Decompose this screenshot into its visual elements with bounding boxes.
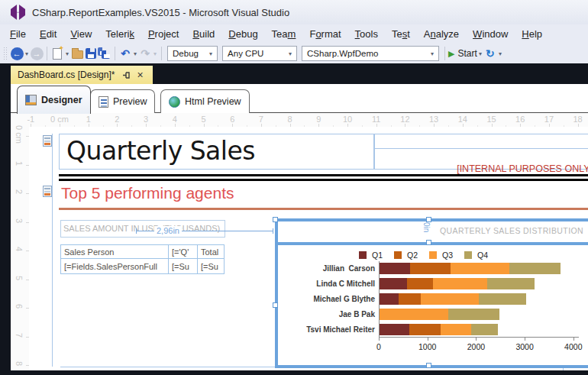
resize-handle[interactable]: [426, 240, 431, 245]
menu-item-team[interactable]: Team: [265, 26, 303, 42]
menu-item-analyze[interactable]: Analyze: [417, 26, 466, 42]
new-file-button[interactable]: [50, 45, 64, 62]
refresh-button[interactable]: ↻: [483, 45, 497, 62]
close-icon[interactable]: ×: [137, 70, 143, 79]
menu-item-build[interactable]: Build: [186, 26, 221, 42]
ruler-label: 6: [15, 295, 24, 318]
double-rule[interactable]: [59, 174, 588, 181]
menu-item-edit[interactable]: Edit: [33, 26, 63, 42]
bar-segment-q2: [399, 293, 421, 305]
configuration-select[interactable]: Debug ▾: [167, 46, 218, 61]
ruler-label: 18: [567, 115, 588, 124]
menu-item-help[interactable]: Help: [515, 26, 549, 42]
navigate-forward-button[interactable]: →: [30, 45, 44, 62]
bar-segment-q3: [433, 278, 487, 289]
table-cell[interactable]: [=Su: [198, 259, 225, 274]
menu-item-debug[interactable]: Debug: [221, 26, 264, 42]
section-heading-text[interactable]: Top 5 performing agents: [61, 184, 234, 202]
document-tab[interactable]: DashBoard.cs [Design]* ×: [11, 66, 153, 84]
undo-dropdown-icon[interactable]: ▾: [132, 50, 138, 57]
save-all-button[interactable]: [98, 45, 111, 62]
chart-item[interactable]: QUARTERLY SALES DISTRIBUTION 0in Q1Q2Q3Q…: [275, 218, 588, 368]
table-header-cell[interactable]: Total: [198, 245, 225, 259]
selection-border-bottom[interactable]: [275, 365, 588, 368]
start-debug-button[interactable]: ▶ Start: [448, 45, 477, 62]
startup-project-select[interactable]: CSharp.WpfDemo ▾: [302, 46, 439, 61]
axis-tick: [428, 338, 428, 341]
title-bar: CSharp.ReportExamples.VS2015 - Microsoft…: [0, 0, 588, 24]
redo-dropdown-icon[interactable]: ▾: [152, 50, 158, 57]
toolbar-separator: [47, 47, 47, 60]
bar-segment-q3: [441, 324, 471, 335]
ruler-label: 11: [365, 115, 388, 124]
open-file-button[interactable]: [70, 45, 84, 62]
menu-item-project[interactable]: Project: [141, 26, 186, 42]
tab-designer[interactable]: Designer: [17, 86, 91, 114]
tab-preview[interactable]: Preview: [90, 89, 155, 113]
table-header-cell[interactable]: [='Q': [169, 245, 198, 259]
navigate-back-button[interactable]: ←: [10, 45, 24, 62]
tab-label: Preview: [113, 96, 147, 107]
selection-border-top[interactable]: [275, 218, 588, 221]
menu-item-telerik[interactable]: Telerik: [99, 26, 141, 42]
axis-tick: [476, 338, 477, 341]
platform-select[interactable]: Any CPU ▾: [222, 46, 297, 61]
toolbar-grip[interactable]: [3, 47, 7, 60]
main-toolbar: ← ▾ → ▾ ↶ ▾ ↷ ▾ Debug ▾ Any CPU ▾ CSharp…: [0, 44, 588, 63]
report-title-textbox[interactable]: Quarterly Sales: [59, 134, 374, 170]
bar-segment-q4: [448, 309, 500, 320]
ruler-label: 9: [307, 115, 330, 124]
tab-html-preview[interactable]: Html Preview: [160, 89, 250, 113]
menu-item-format[interactable]: Format: [302, 26, 347, 42]
platform-value: Any CPU: [228, 49, 263, 58]
resize-handle[interactable]: [426, 363, 431, 368]
axis-tick: [573, 338, 574, 341]
section-handle-icon[interactable]: [43, 135, 52, 147]
section-handle-icon[interactable]: [43, 186, 52, 197]
heading-rule[interactable]: [59, 208, 588, 210]
chevron-down-icon: ▾: [429, 50, 435, 57]
design-surface[interactable]: Quarterly Sales [INTERNAL PURPOSES ONLY]…: [29, 127, 588, 370]
internal-note-textbox[interactable]: [INTERNAL PURPOSES ONLY]: [374, 134, 588, 170]
save-button[interactable]: [84, 45, 98, 62]
legend-item: Q1: [359, 251, 383, 260]
back-dropdown-icon[interactable]: ▾: [24, 50, 30, 57]
redo-button[interactable]: ↷: [138, 45, 152, 62]
menu-item-view[interactable]: View: [63, 26, 99, 42]
resize-handle[interactable]: [426, 217, 431, 222]
selection-border-left[interactable]: [275, 218, 278, 368]
undo-button[interactable]: ↶: [118, 45, 132, 62]
ruler-label: 14: [451, 115, 474, 124]
resize-handle[interactable]: [273, 217, 278, 222]
tab-label: Designer: [41, 95, 82, 105]
ruler-label: 3: [134, 115, 157, 124]
legend-label: Q1: [372, 251, 383, 260]
table-cell[interactable]: [=Su: [169, 259, 198, 274]
selection-border-mid[interactable]: [275, 242, 588, 245]
ruler-label: 3: [15, 209, 24, 232]
legend-swatch: [394, 251, 402, 259]
refresh-dropdown-icon[interactable]: ▾: [497, 50, 503, 57]
legend-swatch: [429, 251, 437, 259]
menu-item-window[interactable]: Window: [466, 26, 515, 42]
start-dropdown-icon[interactable]: ▾: [477, 50, 483, 57]
width-dimension-label: 2,96in: [154, 226, 182, 235]
category-label: Jillian Carson: [281, 264, 375, 273]
legend-item: Q4: [464, 251, 488, 260]
bar-segment-q4: [509, 263, 561, 274]
report-table[interactable]: Sales Person[='Q'Total[=Fields.SalesPers…: [60, 244, 225, 274]
menu-item-test[interactable]: Test: [385, 26, 417, 42]
bar-segment-q2: [410, 263, 451, 274]
resize-handle[interactable]: [273, 302, 278, 308]
pin-icon[interactable]: [122, 71, 131, 79]
ruler-label: 4: [163, 115, 186, 124]
new-file-dropdown-icon[interactable]: ▾: [64, 50, 70, 57]
bar-row: [380, 324, 498, 335]
chevron-down-icon: ▾: [287, 50, 293, 57]
axis-tick-label: 2000: [460, 342, 491, 351]
redo-icon: ↷: [138, 47, 152, 60]
table-cell[interactable]: [=Fields.SalesPersonFull: [61, 259, 169, 274]
table-header-cell[interactable]: Sales Person: [61, 245, 169, 259]
menu-item-tools[interactable]: Tools: [348, 26, 385, 42]
menu-item-file[interactable]: File: [3, 26, 33, 42]
